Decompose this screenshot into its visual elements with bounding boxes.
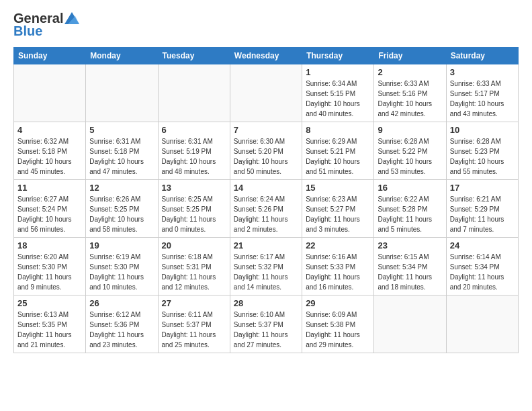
day-info: Sunrise: 6:20 AMSunset: 5:30 PMDaylight:… (17, 252, 82, 292)
calendar-cell: 11Sunrise: 6:27 AMSunset: 5:24 PMDayligh… (14, 180, 86, 238)
calendar-cell: 2Sunrise: 6:33 AMSunset: 5:16 PMDaylight… (374, 64, 446, 122)
day-number: 20 (162, 240, 226, 250)
calendar-cell: 18Sunrise: 6:20 AMSunset: 5:30 PMDayligh… (14, 238, 86, 295)
day-info: Sunrise: 6:10 AMSunset: 5:37 PMDaylight:… (234, 310, 298, 350)
calendar-cell: 17Sunrise: 6:21 AMSunset: 5:29 PMDayligh… (446, 180, 518, 238)
day-number: 2 (378, 67, 442, 77)
weekday-header-row: SundayMondayTuesdayWednesdayThursdayFrid… (14, 48, 519, 64)
calendar-cell (14, 64, 86, 122)
calendar-cell: 13Sunrise: 6:25 AMSunset: 5:25 PMDayligh… (158, 180, 230, 238)
weekday-header-monday: Monday (86, 48, 158, 64)
day-number: 6 (162, 125, 226, 135)
day-number: 13 (162, 183, 226, 193)
day-info: Sunrise: 6:11 AMSunset: 5:37 PMDaylight:… (162, 310, 226, 350)
calendar-cell: 19Sunrise: 6:19 AMSunset: 5:30 PMDayligh… (86, 238, 158, 295)
day-number: 11 (17, 183, 82, 193)
calendar-cell: 9Sunrise: 6:28 AMSunset: 5:22 PMDaylight… (374, 122, 446, 180)
day-info: Sunrise: 6:17 AMSunset: 5:32 PMDaylight:… (234, 252, 298, 292)
day-number: 9 (378, 125, 442, 135)
calendar-cell: 5Sunrise: 6:31 AMSunset: 5:18 PMDaylight… (86, 122, 158, 180)
day-number: 28 (234, 298, 298, 308)
day-number: 19 (89, 240, 154, 250)
day-number: 15 (306, 183, 370, 193)
calendar-cell: 10Sunrise: 6:28 AMSunset: 5:23 PMDayligh… (446, 122, 518, 180)
day-info: Sunrise: 6:28 AMSunset: 5:22 PMDaylight:… (378, 136, 442, 177)
calendar-cell: 29Sunrise: 6:09 AMSunset: 5:38 PMDayligh… (302, 295, 374, 353)
day-number: 25 (17, 298, 82, 308)
calendar-week-4: 18Sunrise: 6:20 AMSunset: 5:30 PMDayligh… (14, 238, 519, 295)
calendar-week-2: 4Sunrise: 6:32 AMSunset: 5:18 PMDaylight… (14, 122, 519, 180)
calendar-cell (86, 64, 158, 122)
day-info: Sunrise: 6:26 AMSunset: 5:25 PMDaylight:… (89, 194, 154, 234)
calendar-table: SundayMondayTuesdayWednesdayThursdayFrid… (13, 47, 519, 353)
calendar-body: 1Sunrise: 6:34 AMSunset: 5:15 PMDaylight… (14, 64, 519, 353)
page-header: General Blue (13, 11, 519, 39)
calendar-cell: 20Sunrise: 6:18 AMSunset: 5:31 PMDayligh… (158, 238, 230, 295)
logo-text: General Blue (13, 11, 79, 39)
calendar-cell: 12Sunrise: 6:26 AMSunset: 5:25 PMDayligh… (86, 180, 158, 238)
day-info: Sunrise: 6:14 AMSunset: 5:34 PMDaylight:… (450, 252, 515, 292)
day-info: Sunrise: 6:12 AMSunset: 5:36 PMDaylight:… (89, 310, 154, 350)
day-info: Sunrise: 6:27 AMSunset: 5:24 PMDaylight:… (17, 194, 82, 234)
calendar-cell: 22Sunrise: 6:16 AMSunset: 5:33 PMDayligh… (302, 238, 374, 295)
calendar-cell: 28Sunrise: 6:10 AMSunset: 5:37 PMDayligh… (230, 295, 302, 353)
calendar-cell: 26Sunrise: 6:12 AMSunset: 5:36 PMDayligh… (86, 295, 158, 353)
calendar-week-5: 25Sunrise: 6:13 AMSunset: 5:35 PMDayligh… (14, 295, 519, 353)
day-info: Sunrise: 6:32 AMSunset: 5:18 PMDaylight:… (17, 136, 82, 177)
calendar-week-1: 1Sunrise: 6:34 AMSunset: 5:15 PMDaylight… (14, 64, 519, 122)
page-container: General Blue SundayMondayTuesdayWednesda… (0, 0, 532, 364)
calendar-cell: 8Sunrise: 6:29 AMSunset: 5:21 PMDaylight… (302, 122, 374, 180)
day-number: 24 (450, 240, 515, 250)
calendar-cell: 6Sunrise: 6:31 AMSunset: 5:19 PMDaylight… (158, 122, 230, 180)
day-info: Sunrise: 6:23 AMSunset: 5:27 PMDaylight:… (306, 194, 370, 234)
calendar-cell: 7Sunrise: 6:30 AMSunset: 5:20 PMDaylight… (230, 122, 302, 180)
calendar-cell: 3Sunrise: 6:33 AMSunset: 5:17 PMDaylight… (446, 64, 518, 122)
day-number: 16 (378, 183, 442, 193)
calendar-cell: 1Sunrise: 6:34 AMSunset: 5:15 PMDaylight… (302, 64, 374, 122)
day-info: Sunrise: 6:31 AMSunset: 5:18 PMDaylight:… (89, 136, 154, 177)
day-number: 10 (450, 125, 515, 135)
day-info: Sunrise: 6:15 AMSunset: 5:34 PMDaylight:… (378, 252, 442, 292)
calendar-cell: 15Sunrise: 6:23 AMSunset: 5:27 PMDayligh… (302, 180, 374, 238)
day-info: Sunrise: 6:34 AMSunset: 5:15 PMDaylight:… (306, 79, 370, 119)
calendar-cell: 24Sunrise: 6:14 AMSunset: 5:34 PMDayligh… (446, 238, 518, 295)
day-info: Sunrise: 6:16 AMSunset: 5:33 PMDaylight:… (306, 252, 370, 292)
calendar-cell (374, 295, 446, 353)
day-info: Sunrise: 6:09 AMSunset: 5:38 PMDaylight:… (306, 310, 370, 350)
calendar-cell: 23Sunrise: 6:15 AMSunset: 5:34 PMDayligh… (374, 238, 446, 295)
day-number: 22 (306, 240, 370, 250)
calendar-cell (158, 64, 230, 122)
calendar-cell: 16Sunrise: 6:22 AMSunset: 5:28 PMDayligh… (374, 180, 446, 238)
day-info: Sunrise: 6:22 AMSunset: 5:28 PMDaylight:… (378, 194, 442, 234)
day-number: 12 (89, 183, 154, 193)
day-number: 18 (17, 240, 82, 250)
logo-icon (64, 12, 79, 24)
calendar-cell: 21Sunrise: 6:17 AMSunset: 5:32 PMDayligh… (230, 238, 302, 295)
day-number: 7 (234, 125, 298, 135)
day-number: 3 (450, 67, 515, 77)
calendar-cell: 25Sunrise: 6:13 AMSunset: 5:35 PMDayligh… (14, 295, 86, 353)
day-info: Sunrise: 6:29 AMSunset: 5:21 PMDaylight:… (306, 136, 370, 177)
day-number: 23 (378, 240, 442, 250)
weekday-header-thursday: Thursday (302, 48, 374, 64)
day-info: Sunrise: 6:28 AMSunset: 5:23 PMDaylight:… (450, 136, 515, 177)
day-info: Sunrise: 6:21 AMSunset: 5:29 PMDaylight:… (450, 194, 515, 234)
day-number: 27 (162, 298, 226, 308)
calendar-cell: 27Sunrise: 6:11 AMSunset: 5:37 PMDayligh… (158, 295, 230, 353)
day-number: 29 (306, 298, 370, 308)
day-number: 14 (234, 183, 298, 193)
day-number: 17 (450, 183, 515, 193)
day-number: 4 (17, 125, 82, 135)
day-info: Sunrise: 6:19 AMSunset: 5:30 PMDaylight:… (89, 252, 154, 292)
weekday-header-sunday: Sunday (14, 48, 86, 64)
weekday-header-wednesday: Wednesday (230, 48, 302, 64)
logo: General Blue (13, 11, 79, 39)
day-info: Sunrise: 6:13 AMSunset: 5:35 PMDaylight:… (17, 310, 82, 350)
calendar-cell: 4Sunrise: 6:32 AMSunset: 5:18 PMDaylight… (14, 122, 86, 180)
day-info: Sunrise: 6:33 AMSunset: 5:17 PMDaylight:… (450, 79, 515, 119)
day-info: Sunrise: 6:33 AMSunset: 5:16 PMDaylight:… (378, 79, 442, 119)
weekday-header-friday: Friday (374, 48, 446, 64)
day-info: Sunrise: 6:25 AMSunset: 5:25 PMDaylight:… (162, 194, 226, 234)
day-info: Sunrise: 6:24 AMSunset: 5:26 PMDaylight:… (234, 194, 298, 234)
weekday-header-tuesday: Tuesday (158, 48, 230, 64)
